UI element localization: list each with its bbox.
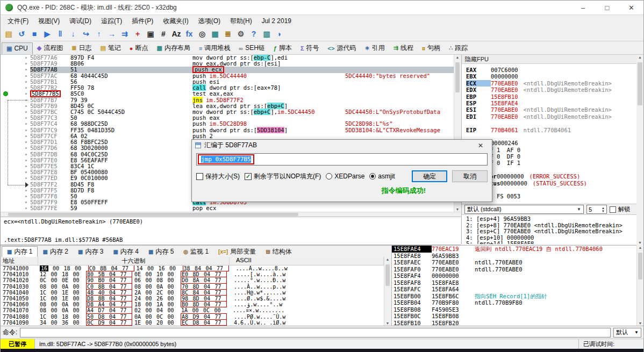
flags-row[interactable]: ZF 1 PF 1 AF 0 bbox=[466, 147, 643, 153]
tab-script[interactable]: ƒ脚本 bbox=[269, 42, 296, 54]
hex-byte[interactable]: 18 bbox=[64, 265, 75, 271]
hex-byte[interactable]: 8C bbox=[182, 290, 193, 295]
tab-source[interactable]: <>源代码 bbox=[324, 42, 361, 54]
hex-byte[interactable]: 1A bbox=[156, 301, 168, 307]
hex-byte[interactable]: 00 bbox=[168, 271, 179, 277]
stack-address[interactable]: 15E8FAF0 bbox=[392, 266, 432, 273]
stack-pane[interactable]: 15E8FAE4770EAC19返回到 ntdll.770EAC19 自 ntd… bbox=[391, 245, 636, 326]
disasm-gutter[interactable] bbox=[1, 115, 30, 121]
hex-byte[interactable]: 00 bbox=[51, 290, 62, 296]
stack-address[interactable]: 15E8FAEC bbox=[392, 259, 432, 266]
scroll-down-icon[interactable]: ▼ bbox=[454, 207, 461, 211]
hex-byte[interactable]: 04 bbox=[109, 284, 120, 289]
hex-byte[interactable]: 04 bbox=[109, 271, 120, 277]
stack-row[interactable]: 15E8FB1015E8FB20 bbox=[392, 320, 636, 326]
hex-byte[interactable]: 77 bbox=[120, 271, 132, 277]
disasm-gutter[interactable] bbox=[1, 133, 30, 139]
hex-byte[interactable]: 77 bbox=[215, 271, 226, 277]
hex-byte[interactable]: 00 bbox=[73, 301, 84, 307]
hide-fpu-button[interactable]: 隐藏FPU bbox=[462, 55, 643, 64]
register-row[interactable]: ESP15E8FAE4 bbox=[466, 100, 643, 106]
disasm-bytes[interactable]: 897D F4 bbox=[70, 55, 192, 61]
hex-byte[interactable]: 0C bbox=[40, 277, 51, 283]
argument-row[interactable]: 5: [esp+14] 15E8FAE8 bbox=[466, 241, 643, 244]
hex-byte[interactable]: 00 bbox=[51, 307, 62, 313]
hex-byte[interactable]: 0E bbox=[62, 277, 73, 283]
hex-byte[interactable]: 77 bbox=[215, 284, 226, 289]
hex-byte[interactable]: 77 bbox=[120, 296, 132, 301]
hex-byte[interactable]: 84 bbox=[195, 265, 206, 271]
hex-byte[interactable]: 77 bbox=[120, 307, 132, 313]
step-into-icon[interactable]: ↓ bbox=[67, 28, 79, 40]
disasm-gutter[interactable] bbox=[1, 145, 30, 151]
hex-byte[interactable]: 77 bbox=[217, 265, 228, 271]
disasm-gutter[interactable] bbox=[1, 205, 30, 211]
hex-byte[interactable]: 40 bbox=[98, 290, 110, 295]
disasm-address[interactable]: 5D8F77ED bbox=[30, 175, 70, 181]
stack-address[interactable]: 15E8FB04 bbox=[392, 299, 432, 306]
command-input[interactable] bbox=[20, 328, 611, 337]
hex-byte[interactable]: 77 bbox=[120, 314, 132, 319]
disasm-row[interactable]: 5D8F77C9FF35 0481D35Dpush dword ptr ds:[… bbox=[1, 127, 454, 133]
disasm-address[interactable]: 5D8F77C4 bbox=[30, 121, 70, 127]
disasm-gutter[interactable] bbox=[1, 169, 30, 175]
register-row[interactable]: EIP770B4061ntdll.770B4061 bbox=[466, 127, 643, 133]
stack-row[interactable]: 15E8FAFC15E8FA64 bbox=[392, 286, 636, 293]
hex-byte[interactable]: 08 bbox=[156, 277, 168, 283]
hex-byte[interactable]: 77 bbox=[215, 320, 226, 325]
hex-byte[interactable]: 1E bbox=[62, 290, 73, 296]
arg-count-stepper[interactable]: 5 ▲▼ bbox=[586, 205, 607, 214]
disasm-gutter[interactable] bbox=[1, 73, 30, 79]
disasm-row[interactable]: 5D8F77A98B06mov eax,dword ptr ds:[esi] bbox=[1, 61, 454, 67]
stack-value[interactable]: 15E8FB6C bbox=[432, 293, 475, 300]
tab-locals[interactable]: [x=]局部变量 bbox=[213, 246, 261, 257]
stack-row[interactable]: 15E8FB0015E8FB6C指向SEH_Record[1]的指针 bbox=[392, 293, 636, 300]
hex-byte[interactable]: C0 bbox=[89, 265, 101, 271]
disasm-bytes[interactable]: FF50 78 bbox=[70, 85, 192, 91]
argument-row[interactable]: 1: [esp+4] 96A59BB3 bbox=[466, 216, 643, 222]
hex-byte[interactable]: 18 bbox=[134, 301, 146, 307]
hex-byte[interactable]: 5B bbox=[98, 271, 110, 277]
hex-byte[interactable]: 04 bbox=[109, 296, 120, 301]
hex-byte[interactable]: 77 bbox=[215, 277, 226, 283]
stack-vscrollbar[interactable]: ▲ ▼ bbox=[636, 245, 643, 326]
tab-struct[interactable]: ⊞结构体 bbox=[261, 246, 296, 257]
unlock-checkbox[interactable]: 解锁 bbox=[610, 205, 630, 213]
disasm-gutter[interactable] bbox=[1, 139, 30, 145]
scroll-up-icon[interactable]: ▲ bbox=[636, 55, 643, 59]
scroll-down-icon[interactable]: ▼ bbox=[636, 241, 643, 245]
hex-byte[interactable]: 08 bbox=[134, 284, 146, 290]
hex-byte[interactable]: 04 bbox=[111, 265, 123, 271]
hex-byte[interactable]: 8D bbox=[193, 296, 204, 301]
hex-byte[interactable]: 00 bbox=[53, 265, 64, 271]
monitor-icon[interactable]: ▥ bbox=[261, 28, 273, 40]
menu-item[interactable]: 收藏夹(I) bbox=[158, 16, 193, 27]
hex-byte[interactable]: 48 bbox=[87, 290, 98, 295]
register-row[interactable]: EFLAGS00000246 bbox=[466, 140, 643, 146]
hex-byte[interactable]: 08 bbox=[40, 284, 51, 290]
hex-byte[interactable]: 02 bbox=[134, 307, 146, 313]
disasm-address[interactable]: 5D8F77B5 bbox=[30, 91, 70, 97]
stack-row[interactable]: 15E8FB0C15E8FB08 bbox=[392, 313, 636, 320]
run-to-user-icon[interactable]: → bbox=[106, 28, 118, 40]
hex-byte[interactable]: 04 bbox=[206, 265, 217, 271]
hex-byte[interactable]: 77 bbox=[122, 265, 133, 271]
disasm-bytes[interactable]: 68 4044C45D bbox=[70, 73, 192, 79]
animate-icon[interactable]: ⇉ bbox=[119, 28, 131, 40]
disasm-gutter[interactable] bbox=[1, 79, 30, 85]
disasm-instruction[interactable]: push dword ptr ds:[5DD38104] bbox=[192, 127, 345, 133]
hex-byte[interactable]: 00 bbox=[73, 284, 84, 290]
dump-address[interactable]: 77041030 bbox=[1, 284, 38, 290]
cpu-view-icon[interactable]: ▣ bbox=[145, 28, 156, 40]
stack-row[interactable]: 15E8FAF0770EABE0ntdll.770EABE0 bbox=[392, 266, 636, 273]
flags-row[interactable]: OF 0 SF 0 DF 0 bbox=[466, 153, 643, 160]
disasm-gutter[interactable] bbox=[1, 188, 30, 193]
hex-byte[interactable]: 00 bbox=[146, 307, 157, 313]
stack-value[interactable]: 770EAC19 bbox=[432, 246, 475, 253]
hex-byte[interactable]: 0C bbox=[87, 320, 98, 325]
disasm-bytes[interactable]: 85C0 bbox=[70, 91, 192, 97]
disasm-address[interactable]: 5D8F77D6 bbox=[30, 145, 70, 151]
stack-address[interactable]: 15E8FAE8 bbox=[392, 253, 432, 260]
tab-trace[interactable]: ∴跟踪 bbox=[445, 42, 472, 54]
hex-byte[interactable]: 00 bbox=[51, 320, 62, 326]
